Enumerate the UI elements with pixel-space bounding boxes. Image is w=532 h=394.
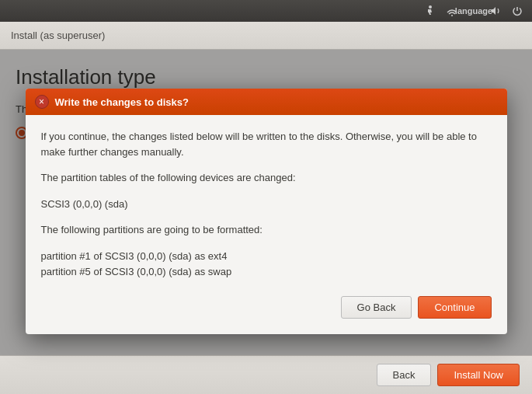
accessibility-icon[interactable] [422, 2, 439, 19]
partitions-title: The following partitions are going to be… [41, 222, 492, 238]
power-svg [511, 5, 523, 17]
back-button[interactable]: Back [377, 364, 432, 386]
content-area: Installation type This computer currentl… [0, 50, 532, 355]
install-now-button[interactable]: Install Now [437, 364, 520, 386]
system-top-bar: language [0, 0, 532, 22]
audio-icon[interactable] [487, 2, 504, 19]
dialog-body: If you continue, the changes listed belo… [26, 115, 507, 334]
svg-point-0 [429, 5, 432, 9]
bottom-nav-bar: Back Install Now [0, 355, 532, 394]
partition-2: partition #5 of SCSI3 (0,0,0) (sda) as s… [41, 264, 492, 281]
window-titlebar: Install (as superuser) [0, 22, 532, 50]
go-back-button[interactable]: Go Back [341, 296, 412, 319]
main-window: Install (as superuser) Installation type… [0, 22, 532, 394]
window-title: Install (as superuser) [11, 30, 105, 41]
accessibility-svg [424, 5, 436, 17]
power-icon[interactable] [509, 2, 526, 19]
audio-svg [489, 5, 502, 17]
write-changes-dialog: Write the changes to disks? If you conti… [26, 89, 507, 334]
dialog-message: If you continue, the changes listed belo… [41, 129, 492, 159]
dialog-device: SCSI3 (0,0,0) (sda) [41, 197, 492, 212]
svg-point-1 [451, 15, 453, 16]
partition-tables-title: The partition tables of the following de… [41, 170, 492, 186]
language-icon[interactable]: language [465, 2, 482, 19]
dialog-close-button[interactable] [35, 95, 49, 109]
continue-button[interactable]: Continue [418, 296, 491, 319]
dialog-buttons: Go Back Continue [41, 296, 492, 322]
dialog-title: Write the changes to disks? [55, 96, 189, 108]
dialog-titlebar: Write the changes to disks? [26, 89, 507, 115]
partition-1: partition #1 of SCSI3 (0,0,0) (sda) as e… [41, 249, 492, 265]
dialog-overlay: Write the changes to disks? If you conti… [0, 50, 532, 355]
dialog-partitions: partition #1 of SCSI3 (0,0,0) (sda) as e… [41, 249, 492, 281]
